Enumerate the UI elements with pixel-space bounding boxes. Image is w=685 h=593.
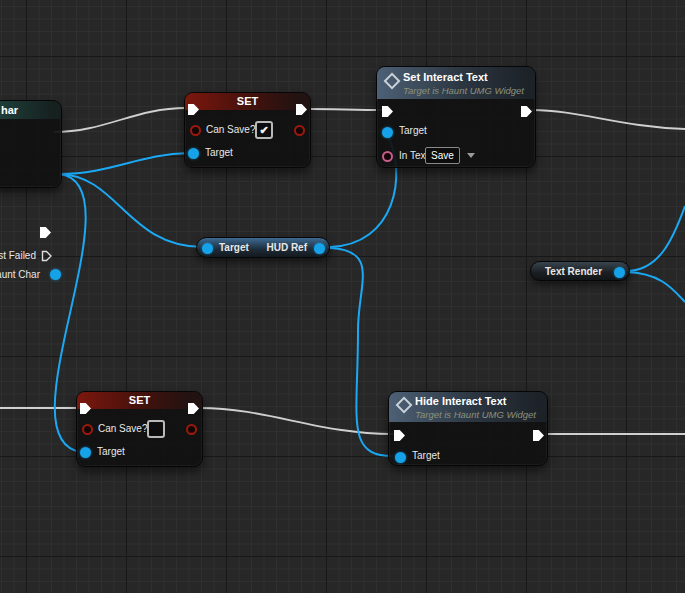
hud-ref-output-pin[interactable] — [314, 243, 325, 254]
node-subtitle: Target is Haunt UMG Widget — [403, 85, 524, 96]
can-save-pin-label: Can Save? — [206, 124, 255, 135]
cast-failed-pin-label: ast Failed — [0, 250, 36, 261]
hide-interact-text-node[interactable]: Hide Interact Text Target is Haunt UMG W… — [388, 391, 548, 466]
set-can-save-false-node[interactable]: SET Can Save? ✔ Target — [76, 391, 203, 467]
can-save-checkbox[interactable]: ✔ — [255, 121, 273, 139]
target-pin[interactable] — [382, 127, 393, 138]
can-save-output-pin[interactable] — [294, 125, 305, 136]
text-render-label: Text Render — [545, 266, 602, 277]
target-input-pin[interactable] — [202, 243, 213, 254]
can-save-checkbox[interactable]: ✔ — [147, 420, 165, 438]
in-text-pin[interactable] — [382, 151, 393, 162]
exec-in-pin[interactable] — [394, 430, 405, 441]
in-text-pin-label: In Text — [399, 150, 428, 161]
target-pin-label: Target — [399, 125, 427, 136]
target-pin[interactable] — [188, 148, 199, 159]
wire-data-hudref-to-hide — [330, 248, 393, 456]
node-title: Hide Interact Text — [415, 395, 507, 407]
can-save-pin-label: Can Save? — [98, 423, 147, 434]
target-pin[interactable] — [80, 447, 91, 458]
cast-failed-exec-pin[interactable] — [41, 250, 53, 262]
exec-out-pin[interactable] — [533, 430, 544, 441]
as-haunt-char-pin[interactable] — [50, 269, 61, 280]
wire-exec-setbottom-to-hide — [200, 408, 393, 434]
in-text-value-field[interactable]: Save — [425, 147, 460, 164]
target-pin-label: Target — [97, 446, 125, 457]
wire-layer — [0, 0, 685, 593]
node-title: Set Interact Text — [403, 71, 488, 83]
can-save-input-pin[interactable] — [190, 125, 201, 136]
set-interact-text-node[interactable]: Set Interact Text Target is Haunt UMG Wi… — [376, 66, 536, 168]
exec-out-pin[interactable] — [521, 106, 532, 117]
wire-data-textrender-down — [626, 272, 685, 302]
wire-exec-setinteract-out — [532, 110, 685, 129]
wire-exec-set-to-setinteract — [309, 109, 382, 110]
set-can-save-true-node[interactable]: SET Can Save? ✔ Target — [184, 92, 311, 168]
blueprint-graph-canvas[interactable]: har ast Failed aunt Char SET Can Save? ✔… — [0, 0, 685, 593]
target-pin[interactable] — [395, 452, 406, 463]
text-render-getter-node[interactable]: Text Render — [530, 261, 630, 281]
node-subtitle: Target is Haunt UMG Widget — [415, 409, 536, 420]
set-node-title: SET — [77, 394, 202, 406]
dropdown-arrow-icon[interactable] — [467, 153, 475, 158]
wire-exec-cast-to-set — [54, 108, 186, 132]
target-pin-label: Target — [205, 147, 233, 158]
text-render-output-pin[interactable] — [614, 267, 625, 278]
wire-data-textrender-up — [626, 206, 685, 271]
as-haunt-char-pin-label: aunt Char — [0, 269, 40, 280]
cast-node[interactable]: har ast Failed aunt Char — [0, 100, 62, 188]
target-pin-label: Target — [412, 450, 440, 461]
wire-data-cast-to-settarget — [60, 153, 189, 174]
exec-in-pin[interactable] — [382, 106, 393, 117]
hud-ref-output-label: HUD Ref — [266, 242, 307, 253]
target-pin-label: Target — [219, 242, 249, 253]
wire-data-cast-to-hudref — [60, 174, 203, 247]
cast-node-title: har — [1, 104, 18, 116]
hud-ref-getter-node[interactable]: Target HUD Ref — [196, 237, 330, 258]
can-save-output-pin[interactable] — [186, 424, 197, 435]
can-save-input-pin[interactable] — [82, 424, 93, 435]
checkmark-icon: ✔ — [259, 125, 268, 136]
set-node-title: SET — [185, 95, 310, 107]
